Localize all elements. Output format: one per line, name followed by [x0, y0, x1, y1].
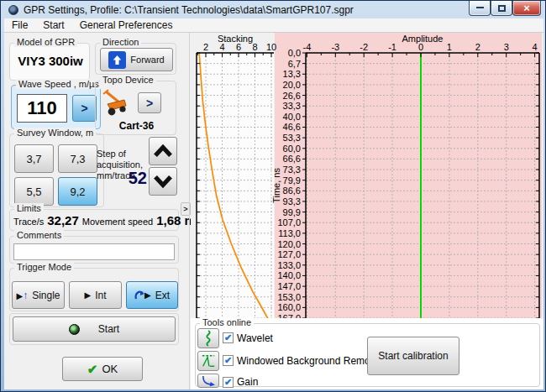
wave-speed-label: Wave Speed , m/µs — [16, 79, 102, 89]
menu-general-preferences[interactable]: General Preferences — [72, 18, 181, 33]
time-tick-label: 26,6 — [283, 91, 301, 101]
close-icon: × — [523, 2, 530, 14]
time-tick-label: 33,3 — [283, 101, 301, 111]
stacking-tick-label: 4 — [219, 42, 224, 52]
time-tick-label: 113,0 — [278, 228, 301, 238]
app-icon — [8, 5, 18, 15]
time-tick-label: 79,9 — [283, 175, 301, 186]
start-button[interactable]: Start — [13, 316, 176, 342]
ext-trigger-icon: ▶ — [134, 290, 151, 301]
maximize-button[interactable] — [491, 1, 512, 16]
time-tick-label: 6,7 — [288, 59, 301, 69]
amplitude-tick-label: 3 — [504, 42, 509, 52]
amplitude-tick-label: 1 — [447, 42, 452, 52]
amplitude-tick-label: 0 — [418, 42, 423, 52]
stacking-tick-label: 2 — [203, 42, 208, 52]
survey-window-group: Survey Window, m 3,7 7,3 5,5 9,2 — [9, 133, 104, 207]
single-trigger-icon: ▶↑ — [16, 290, 28, 301]
topo-device-expand-button[interactable]: > — [138, 92, 161, 113]
panel-divider — [189, 33, 190, 389]
wave-speed-input[interactable] — [17, 94, 67, 123]
survey-option-2[interactable]: 5,5 — [14, 177, 54, 206]
limits-label: Limits — [14, 203, 44, 213]
time-tick-label: 13,3 — [283, 69, 301, 79]
survey-option-0[interactable]: 3,7 — [14, 144, 54, 173]
trigger-option-1[interactable]: ▶ Int — [69, 281, 122, 309]
gpr-settings-window: GPR Settings, Profile: C:\Transient Tech… — [0, 0, 546, 392]
time-tick-label: 86,6 — [283, 186, 301, 196]
tool-checkbox-2[interactable] — [223, 377, 234, 388]
wave-speed-group: Wave Speed , m/µs > — [11, 85, 101, 129]
start-calibration-label: Start calibration — [378, 350, 448, 362]
step-up-button[interactable] — [149, 137, 177, 165]
model-of-gpr-label: Model of GPR — [14, 37, 77, 47]
comments-input[interactable] — [13, 243, 175, 260]
stacking-tick-label: 10 — [266, 42, 276, 52]
forward-button-label: Forward — [130, 55, 164, 65]
survey-option-3[interactable]: 9,2 — [58, 177, 97, 206]
trigger-option-2[interactable]: ▶ Ext — [126, 281, 178, 309]
close-button[interactable]: × — [512, 1, 541, 16]
gain-tool-button[interactable] — [197, 374, 219, 388]
trigger-option-label: Single — [32, 290, 60, 301]
time-tick-label: 93,3 — [283, 196, 301, 206]
tool-checkbox-0[interactable] — [223, 332, 234, 343]
amplitude-tick-label: -2 — [360, 42, 368, 52]
direction-group: Direction Forward — [95, 43, 176, 75]
time-tick-label: 20,0 — [283, 80, 301, 90]
minimize-button[interactable] — [469, 1, 491, 16]
window-title: GPR Settings, Profile: C:\Transient Tech… — [24, 4, 354, 16]
cart-icon — [101, 88, 133, 120]
topo-device-group: Topo Device > Cart-36 — [95, 81, 176, 135]
amplitude-tick-label: -1 — [388, 42, 396, 52]
menu-file[interactable]: File — [4, 18, 35, 33]
amplitude-tick-label: -3 — [331, 42, 339, 52]
wbr-checkbox-label: Windowed Background Removal — [237, 355, 383, 367]
chevron-down-icon — [152, 174, 174, 189]
menu-bar: File Start General Preferences — [4, 18, 543, 33]
topo-device-label: Topo Device — [100, 75, 156, 85]
model-of-gpr-group: Model of GPR VIY3 300iw — [9, 43, 90, 81]
gain-icon — [201, 375, 216, 387]
forward-arrow-icon — [108, 51, 126, 69]
stacking-tick-label: 6 — [236, 42, 241, 52]
wave-speed-expand-button[interactable]: > — [72, 95, 97, 122]
wavelet-tool-button[interactable] — [197, 328, 219, 348]
wavelet-checkbox-label: Wavelet — [237, 332, 273, 344]
windowed-background-removal-icon — [201, 353, 216, 368]
time-tick-label: 120,0 — [277, 239, 301, 249]
survey-option-1[interactable]: 7,3 — [58, 144, 97, 173]
chevron-right-icon: > — [183, 205, 187, 213]
gain-checkbox-label: Gain — [237, 376, 258, 388]
survey-option-label: 5,5 — [26, 186, 41, 198]
time-tick-label: 73,3 — [283, 165, 301, 175]
ok-button-label: OK — [102, 363, 118, 375]
record-led-icon — [69, 324, 80, 335]
stacking-tick-label: 8 — [252, 42, 257, 52]
time-tick-label: 46,6 — [283, 122, 301, 132]
stacking-vs-time — [199, 53, 267, 318]
int-trigger-icon: ▶ — [84, 291, 91, 300]
time-tick-label: 40,0 — [283, 112, 301, 122]
ok-button[interactable]: ✔ OK — [62, 357, 143, 381]
title-bar[interactable]: GPR Settings, Profile: C:\Transient Tech… — [1, 1, 546, 18]
tool-checkbox-1[interactable] — [223, 355, 234, 366]
trigger-option-0[interactable]: ▶↑ Single — [12, 281, 65, 309]
time-tick-label: 160,0 — [277, 302, 301, 312]
direction-forward-button[interactable]: Forward — [100, 48, 173, 71]
start-calibration-button[interactable]: Start calibration — [367, 337, 459, 375]
trace-rate-value: 32,27 — [47, 213, 79, 227]
trigger-mode-group: Trigger Mode ▶↑ Single ▶ Int ▶ Ext — [9, 268, 179, 311]
menu-start[interactable]: Start — [35, 18, 71, 33]
calibration-chart: StackingAmplitude246810-4-3-2-1012340,06… — [192, 33, 543, 318]
wbr-tool-button[interactable] — [197, 351, 219, 371]
time-tick-label: 66,6 — [283, 154, 301, 164]
wavelet-icon — [202, 330, 215, 347]
minimize-icon — [476, 6, 484, 8]
maximize-icon — [498, 5, 506, 12]
step-down-button[interactable] — [149, 167, 177, 196]
time-axis-title: Time, ns — [271, 168, 281, 203]
time-tick-label: 107,0 — [277, 217, 301, 227]
checkmark-icon: ✔ — [87, 362, 98, 377]
trigger-mode-label: Trigger Mode — [14, 262, 74, 272]
